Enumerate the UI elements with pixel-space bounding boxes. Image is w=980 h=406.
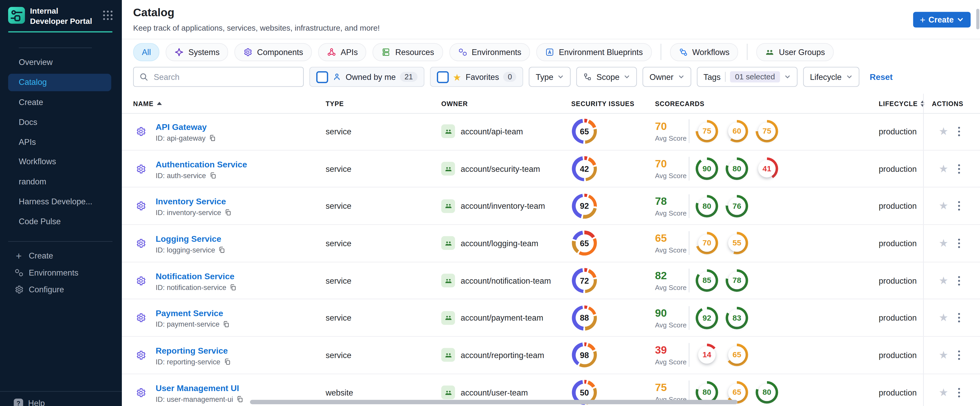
sidebar-item-workflows[interactable]: Workflows [0, 152, 122, 172]
tab-systems[interactable]: Systems [166, 43, 228, 61]
entity-name-link[interactable]: Logging Service [156, 234, 221, 244]
kebab-menu-icon[interactable] [956, 237, 962, 250]
tab-environments[interactable]: Environments [449, 43, 530, 61]
kebab-menu-icon[interactable] [956, 199, 962, 213]
scorecard-ring[interactable]: 76 [725, 195, 748, 217]
favorite-star-icon[interactable]: ★ [939, 163, 948, 174]
sidebar-item-harness-developer[interactable]: Harness Develope... [0, 192, 122, 211]
favorite-star-icon[interactable]: ★ [939, 350, 948, 361]
sidebar-item-create[interactable]: Create [0, 92, 122, 112]
sidebar-item-apis[interactable]: APIs [0, 132, 122, 152]
sidebar-footer-configure[interactable]: Configure [0, 281, 122, 298]
kebab-menu-icon[interactable] [956, 274, 962, 287]
chevron-down-icon [784, 74, 791, 80]
favorite-star-icon[interactable]: ★ [939, 387, 948, 398]
copy-icon[interactable] [218, 246, 226, 254]
entity-name-link[interactable]: Inventory Service [156, 197, 226, 206]
scorecard-ring[interactable]: 14 [696, 344, 718, 366]
sidebar-item-docs[interactable]: Docs [0, 112, 122, 132]
column-header-lifecycle[interactable]: LIFECYCLE [879, 94, 923, 113]
copy-icon[interactable] [236, 395, 244, 403]
column-header-name[interactable]: NAME [133, 94, 326, 113]
security-issues-donut[interactable]: 42 [572, 156, 597, 181]
owned-by-me-checkbox[interactable] [316, 71, 328, 83]
sidebar-help[interactable]: ? Help [14, 399, 45, 406]
entity-name-link[interactable]: Reporting Service [156, 346, 228, 355]
scorecard-ring[interactable]: 80 [696, 195, 718, 217]
lifecycle-cell: production [879, 276, 923, 285]
entity-name-link[interactable]: API Gateway [156, 122, 207, 132]
scorecard-ring[interactable]: 70 [696, 232, 718, 255]
security-issues-donut[interactable]: 88 [572, 305, 597, 330]
create-button[interactable]: + Create [913, 12, 970, 27]
security-issues-value: 42 [576, 160, 593, 178]
tab-resources[interactable]: Resources [373, 43, 443, 61]
tab-workflows[interactable]: Workflows [670, 43, 738, 61]
type-filter-dropdown[interactable]: Type [529, 67, 571, 87]
kebab-menu-icon[interactable] [956, 162, 962, 175]
favorites-checkbox[interactable] [436, 71, 448, 83]
tags-filter-dropdown[interactable]: Tags 01 selected [697, 67, 797, 87]
sidebar-item-overview[interactable]: Overview [0, 52, 122, 72]
scorecard-ring[interactable]: 85 [696, 269, 718, 292]
scope-filter-dropdown[interactable]: Scope [576, 67, 637, 87]
scorecard-ring[interactable]: 75 [696, 120, 718, 143]
scorecard-ring[interactable]: 78 [725, 269, 748, 292]
sidebar-item-random[interactable]: random [0, 171, 122, 192]
owner-filter-dropdown[interactable]: Owner [643, 67, 691, 87]
security-issues-donut[interactable]: 65 [572, 119, 597, 144]
scorecard-ring[interactable]: 55 [725, 232, 748, 255]
tab-components[interactable]: Components [234, 43, 312, 61]
scorecard-ring[interactable]: 75 [756, 120, 778, 143]
lifecycle-filter-dropdown[interactable]: Lifecycle [803, 67, 859, 87]
favorite-star-icon[interactable]: ★ [939, 275, 948, 286]
entity-name-link[interactable]: Authentication Service [156, 160, 247, 169]
search-input[interactable] [153, 71, 298, 82]
entity-name-link[interactable]: Notification Service [156, 272, 234, 281]
favorite-star-icon[interactable]: ★ [939, 238, 948, 249]
avg-score-value: 70 [655, 121, 687, 133]
copy-icon[interactable] [224, 358, 231, 366]
security-issues-donut[interactable]: 92 [572, 193, 597, 219]
scorecard-ring[interactable]: 65 [725, 344, 748, 366]
entity-name-link[interactable]: User Management UI [156, 384, 239, 393]
security-issues-donut[interactable]: 98 [572, 343, 597, 368]
copy-icon[interactable] [224, 209, 232, 216]
sidebar-footer-environments[interactable]: Environments [0, 264, 122, 281]
copy-icon[interactable] [208, 134, 216, 142]
tab-user-groups[interactable]: User Groups [756, 43, 834, 61]
scorecard-ring[interactable]: 80 [756, 381, 778, 404]
horizontal-scrollbar[interactable] [250, 400, 737, 404]
favorite-star-icon[interactable]: ★ [939, 126, 948, 137]
scorecard-ring[interactable]: 92 [696, 307, 718, 329]
scorecard-ring[interactable]: 80 [725, 157, 748, 180]
copy-icon[interactable] [229, 284, 237, 291]
scorecard-ring[interactable]: 41 [756, 157, 778, 180]
tab-all[interactable]: All [133, 43, 159, 61]
security-issues-donut[interactable]: 72 [572, 268, 597, 293]
scorecard-score: 78 [728, 272, 746, 289]
entity-name-link[interactable]: Payment Service [156, 309, 223, 318]
security-issues-donut[interactable]: 65 [572, 231, 597, 255]
owned-by-me-filter[interactable]: Owned by me 21 [309, 67, 424, 87]
kebab-menu-icon[interactable] [956, 125, 962, 138]
sidebar-item-catalog[interactable]: Catalog [0, 72, 122, 92]
copy-icon[interactable] [223, 320, 230, 328]
scorecard-ring[interactable]: 60 [725, 120, 748, 143]
reset-filters-link[interactable]: Reset [870, 72, 893, 81]
tab-apis[interactable]: APIs [318, 43, 367, 61]
copy-icon[interactable] [209, 171, 217, 179]
favorite-star-icon[interactable]: ★ [939, 312, 948, 323]
favorite-star-icon[interactable]: ★ [939, 201, 948, 211]
sidebar-item-code-pulse[interactable]: Code Pulse [0, 211, 122, 231]
kebab-menu-icon[interactable] [956, 349, 962, 362]
kebab-menu-icon[interactable] [956, 386, 962, 399]
sidebar-footer-create[interactable]: + Create [0, 247, 122, 264]
scorecard-ring[interactable]: 83 [725, 307, 748, 329]
favorites-filter[interactable]: ★ Favorites 0 [430, 67, 523, 87]
tab-environment-blueprints[interactable]: Environment Blueprints [536, 43, 652, 61]
module-grid-icon[interactable] [103, 11, 113, 21]
vertical-scrollbar[interactable] [976, 9, 980, 29]
scorecard-ring[interactable]: 90 [696, 157, 718, 180]
kebab-menu-icon[interactable] [956, 311, 962, 325]
